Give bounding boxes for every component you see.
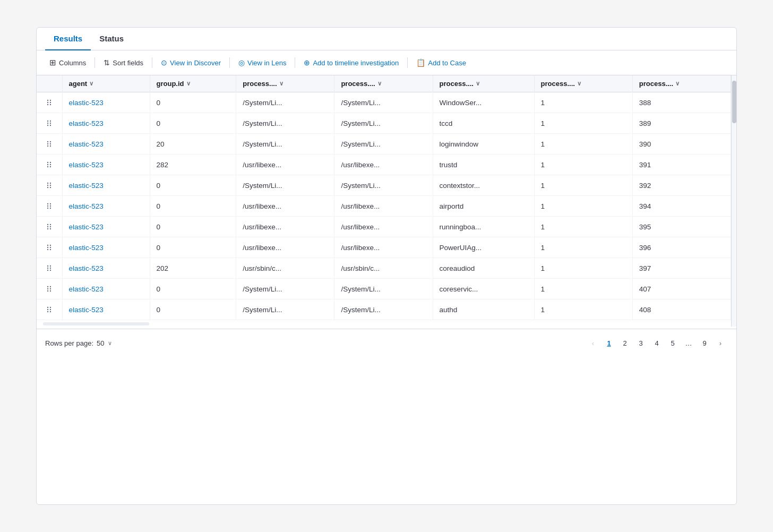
page-1-button[interactable]: 1: [602, 336, 616, 350]
add-case-button[interactable]: 📋 Add to Case: [412, 56, 470, 69]
expand-row-icon: [44, 283, 55, 295]
process4-cell: 1: [534, 237, 632, 258]
svg-point-54: [47, 288, 48, 289]
svg-point-20: [47, 166, 48, 167]
add-timeline-label: Add to timeline investigation: [313, 59, 399, 67]
process4-cell: 1: [534, 217, 632, 237]
svg-point-7: [47, 121, 48, 122]
tab-status[interactable]: Status: [91, 28, 132, 50]
svg-point-46: [50, 245, 51, 246]
row-expand-cell[interactable]: [37, 92, 62, 113]
table-row: elastic-523 0 /usr/libexe... /usr/libexe…: [37, 217, 731, 237]
svg-point-30: [47, 205, 48, 207]
svg-point-5: [50, 104, 51, 105]
svg-point-44: [47, 249, 48, 250]
svg-point-43: [47, 245, 48, 246]
svg-point-63: [50, 309, 51, 310]
sort-fields-label: Sort fields: [113, 59, 143, 67]
agent-cell[interactable]: elastic-523: [62, 92, 150, 113]
svg-point-10: [50, 121, 51, 122]
columns-button[interactable]: ⊞ Columns: [45, 56, 90, 70]
divider-4: [295, 57, 295, 68]
svg-point-21: [50, 164, 51, 165]
svg-point-31: [47, 203, 48, 204]
svg-point-57: [50, 288, 51, 289]
process2-cell: /System/Li...: [334, 279, 433, 299]
sort-process5-icon: ∨: [675, 80, 680, 87]
page-3-button[interactable]: 3: [633, 336, 648, 350]
col-process1[interactable]: process.... ∨: [236, 75, 334, 92]
col-process3[interactable]: process.... ∨: [433, 75, 534, 92]
process4-cell: 1: [534, 299, 632, 320]
vertical-scrollbar[interactable]: [731, 75, 736, 327]
columns-label: Columns: [59, 59, 86, 67]
process4-cell: 1: [534, 196, 632, 217]
agent-cell[interactable]: elastic-523: [62, 279, 150, 299]
row-expand-cell[interactable]: [37, 279, 62, 299]
svg-point-45: [50, 247, 51, 248]
next-page-button[interactable]: ›: [713, 336, 728, 350]
row-expand-cell[interactable]: [37, 217, 62, 237]
row-expand-cell[interactable]: [37, 175, 62, 196]
page-2-button[interactable]: 2: [617, 336, 632, 350]
row-expand-cell[interactable]: [37, 237, 62, 258]
sort-icon: ⇅: [104, 58, 110, 67]
svg-point-55: [47, 286, 48, 287]
process2-cell: /System/Li...: [334, 92, 433, 113]
add-timeline-button[interactable]: ⊕ Add to timeline investigation: [299, 56, 403, 69]
agent-cell[interactable]: elastic-523: [62, 134, 150, 155]
rows-per-page[interactable]: Rows per page: 50 ∨: [45, 339, 112, 347]
table-wrapper: agent ∨ group.id ∨ proce: [37, 75, 731, 327]
svg-point-14: [47, 145, 48, 147]
table-row: elastic-523 0 /usr/libexe... /usr/libexe…: [37, 196, 731, 217]
table-row: elastic-523 0 /System/Li... /System/Li..…: [37, 113, 731, 134]
agent-cell[interactable]: elastic-523: [62, 299, 150, 320]
agent-cell[interactable]: elastic-523: [62, 237, 150, 258]
table-row: elastic-523 282 /usr/libexe... /usr/libe…: [37, 155, 731, 175]
agent-cell[interactable]: elastic-523: [62, 217, 150, 237]
tabs-bar: Results Status: [37, 28, 736, 50]
view-discover-button[interactable]: ⊙ View in Discover: [157, 56, 225, 69]
horizontal-scrollbar[interactable]: [37, 320, 731, 327]
row-expand-cell[interactable]: [37, 258, 62, 279]
process3-cell: coreservic...: [433, 279, 534, 299]
expand-row-icon: [44, 159, 55, 170]
col-process5[interactable]: process.... ∨: [632, 75, 731, 92]
process1-cell: /usr/libexe...: [236, 196, 334, 217]
row-expand-cell[interactable]: [37, 134, 62, 155]
svg-point-59: [50, 290, 51, 291]
prev-page-button[interactable]: ‹: [586, 336, 600, 350]
agent-cell[interactable]: elastic-523: [62, 196, 150, 217]
col-group-id[interactable]: group.id ∨: [150, 75, 236, 92]
agent-cell[interactable]: elastic-523: [62, 175, 150, 196]
agent-cell[interactable]: elastic-523: [62, 258, 150, 279]
agent-cell[interactable]: elastic-523: [62, 113, 150, 134]
process1-cell: /usr/sbin/c...: [236, 258, 334, 279]
col-process2[interactable]: process.... ∨: [334, 75, 433, 92]
main-container: Results Status ⊞ Columns ⇅ Sort fields ⊙…: [36, 27, 737, 505]
col-agent[interactable]: agent ∨: [62, 75, 150, 92]
svg-point-40: [50, 224, 51, 225]
row-expand-cell[interactable]: [37, 299, 62, 320]
row-expand-cell[interactable]: [37, 113, 62, 134]
page-4-button[interactable]: 4: [649, 336, 664, 350]
sort-process1-icon: ∨: [279, 80, 284, 87]
view-lens-button[interactable]: ◎ View in Lens: [234, 56, 290, 69]
timeline-icon: ⊕: [304, 58, 310, 67]
sort-fields-button[interactable]: ⇅ Sort fields: [99, 56, 148, 69]
row-expand-cell[interactable]: [37, 155, 62, 175]
page-5-button[interactable]: 5: [665, 336, 680, 350]
page-9-button[interactable]: 9: [697, 336, 712, 350]
table-row: elastic-523 20 /System/Li... /System/Li.…: [37, 134, 731, 155]
table-scroll-container: agent ∨ group.id ∨ proce: [37, 75, 736, 327]
row-expand-cell[interactable]: [37, 196, 62, 217]
col-process4[interactable]: process.... ∨: [534, 75, 632, 92]
svg-point-37: [47, 224, 48, 225]
tab-results[interactable]: Results: [45, 28, 91, 50]
divider-1: [95, 57, 95, 68]
process1-cell: /usr/libexe...: [236, 237, 334, 258]
svg-point-65: [50, 311, 51, 312]
agent-cell[interactable]: elastic-523: [62, 155, 150, 175]
process1-cell: /System/Li...: [236, 113, 334, 134]
sort-agent-icon: ∨: [89, 80, 93, 87]
